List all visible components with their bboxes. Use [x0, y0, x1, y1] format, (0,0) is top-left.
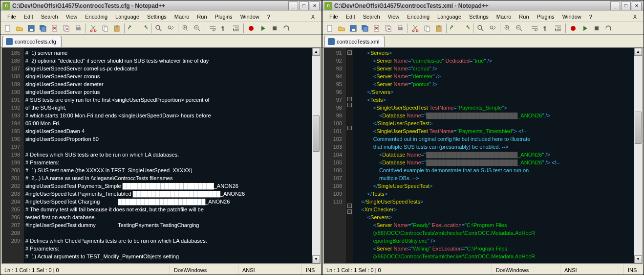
fold-toggle[interactable]: −: [347, 126, 352, 130]
menu-encoding[interactable]: Encoding: [81, 12, 111, 21]
close-all-button[interactable]: [383, 23, 394, 34]
macro-repeat-button[interactable]: [603, 23, 614, 34]
code-area[interactable]: <Servers> <Server Name="cornelius-pc" De…: [353, 48, 634, 263]
macro-rec-button[interactable]: [246, 23, 257, 34]
save-button[interactable]: [348, 23, 359, 34]
scroll-thumb[interactable]: [313, 115, 320, 151]
menu-window[interactable]: Window: [236, 12, 263, 21]
scroll-up-button[interactable]: ▲: [634, 48, 642, 56]
zoom-in-button[interactable]: [502, 23, 513, 34]
paste-button[interactable]: [433, 23, 444, 34]
redo-button[interactable]: [138, 23, 149, 34]
scroll-track[interactable]: [312, 56, 320, 255]
macro-play-button[interactable]: [580, 23, 590, 34]
menu-language[interactable]: Language: [433, 12, 465, 21]
close-button[interactable]: [49, 23, 60, 34]
fold-toggle[interactable]: −: [347, 97, 352, 101]
menu-macro[interactable]: Macro: [171, 12, 193, 21]
menu-edit[interactable]: Edit: [20, 12, 37, 21]
menu-settings[interactable]: Settings: [465, 12, 493, 21]
find-button[interactable]: [153, 23, 164, 34]
save-button[interactable]: [26, 23, 37, 34]
menu-macro[interactable]: Macro: [493, 12, 515, 21]
scroll-up-button[interactable]: ▲: [312, 48, 320, 56]
fold-toggle[interactable]: −: [347, 209, 352, 214]
cut-button[interactable]: [410, 23, 421, 34]
zoom-in-button[interactable]: [180, 23, 191, 34]
new-button[interactable]: [324, 23, 335, 34]
undo-button[interactable]: [127, 23, 137, 34]
editor[interactable]: 1851861871881891901911921931941951961971…: [1, 47, 321, 264]
menu-view[interactable]: View: [62, 12, 82, 21]
tab-file[interactable]: controccTests.cfg: [2, 36, 62, 47]
fold-toggle[interactable]: −: [347, 204, 352, 208]
fold-toggle[interactable]: −: [347, 50, 352, 55]
close-button[interactable]: ✕: [310, 1, 320, 10]
indent-button[interactable]: [231, 23, 241, 34]
replace-button[interactable]: [165, 23, 176, 34]
menu-plugins[interactable]: Plugins: [533, 12, 558, 21]
menu-file[interactable]: File: [325, 12, 342, 21]
copy-button[interactable]: [422, 23, 432, 34]
redo-button[interactable]: [460, 23, 471, 34]
tab-file[interactable]: controccTests.xml: [324, 36, 385, 47]
doc-close-button[interactable]: X: [629, 12, 641, 21]
replace-button[interactable]: [487, 23, 498, 34]
menu-run[interactable]: Run: [515, 12, 533, 21]
find-button[interactable]: [475, 23, 486, 34]
undo-button[interactable]: [449, 23, 459, 34]
macro-rec-button[interactable]: [568, 23, 579, 34]
open-button[interactable]: [336, 23, 347, 34]
print-button[interactable]: [395, 23, 406, 34]
menu-settings[interactable]: Settings: [143, 12, 171, 21]
scroll-down-button[interactable]: ▼: [312, 255, 320, 263]
menu-search[interactable]: Search: [359, 12, 384, 21]
doc-close-button[interactable]: X: [307, 12, 319, 21]
macro-repeat-button[interactable]: [281, 23, 292, 34]
vertical-scrollbar[interactable]: ▲ ▼: [312, 48, 320, 263]
minimize-button[interactable]: _: [610, 1, 620, 10]
scroll-thumb[interactable]: [635, 112, 642, 143]
paste-button[interactable]: [111, 23, 122, 34]
editor[interactable]: 9192939495969798991001011021031041051061…: [323, 47, 643, 264]
code-area[interactable]: # 1) server name# 2) optional "dedicated…: [23, 48, 312, 263]
close-button[interactable]: [371, 23, 382, 34]
menu-encoding[interactable]: Encoding: [403, 12, 433, 21]
copy-button[interactable]: [100, 23, 110, 34]
menu-edit[interactable]: Edit: [342, 12, 359, 21]
save-all-button[interactable]: [360, 23, 370, 34]
close-all-button[interactable]: [61, 23, 72, 34]
menu-run[interactable]: Run: [193, 12, 211, 21]
menu-language[interactable]: Language: [111, 12, 143, 21]
menu-search[interactable]: Search: [37, 12, 62, 21]
menu-plugins[interactable]: Plugins: [211, 12, 236, 21]
scroll-track[interactable]: [634, 56, 642, 255]
open-button[interactable]: [14, 23, 25, 34]
macro-stop-button[interactable]: [591, 23, 602, 34]
chars-button[interactable]: ¶: [219, 23, 230, 34]
print-button[interactable]: [73, 23, 84, 34]
close-button[interactable]: ✕: [632, 1, 642, 10]
minimize-button[interactable]: _: [288, 1, 298, 10]
save-all-button[interactable]: [38, 23, 48, 34]
menu-file[interactable]: File: [3, 12, 20, 21]
new-button[interactable]: [2, 23, 13, 34]
menu-?[interactable]: ?: [263, 12, 274, 21]
zoom-out-button[interactable]: [192, 23, 203, 34]
menu-window[interactable]: Window: [558, 12, 585, 21]
macro-stop-button[interactable]: [269, 23, 280, 34]
menu-?[interactable]: ?: [585, 12, 596, 21]
scroll-down-button[interactable]: ▼: [634, 255, 642, 263]
wrap-button[interactable]: [207, 23, 218, 34]
maximize-button[interactable]: □: [621, 1, 631, 10]
titlebar[interactable]: n C:\Dev\OneOffs\G14575\controccTests.xm…: [322, 0, 644, 11]
zoom-out-button[interactable]: [514, 23, 525, 34]
indent-button[interactable]: [553, 23, 563, 34]
cut-button[interactable]: [88, 23, 99, 34]
maximize-button[interactable]: □: [299, 1, 309, 10]
titlebar[interactable]: n C:\Dev\OneOffs\G14575\controccTests.cf…: [0, 0, 322, 11]
vertical-scrollbar[interactable]: ▲ ▼: [634, 48, 642, 263]
menu-view[interactable]: View: [384, 12, 404, 21]
fold-gutter[interactable]: − −− − −−: [345, 48, 353, 263]
wrap-button[interactable]: [529, 23, 540, 34]
